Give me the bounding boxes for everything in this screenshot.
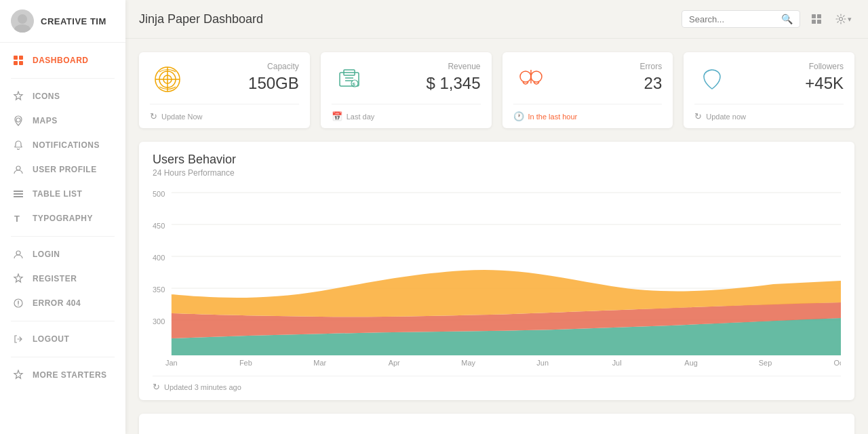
errors-value: 23	[640, 74, 663, 93]
sidebar-item-table-list[interactable]: TABLE LIST	[0, 182, 125, 206]
bottom-card	[139, 414, 854, 434]
followers-footer-text: Update now	[706, 113, 746, 121]
avatar	[11, 9, 34, 33]
page-title: Jinja Paper Dashboard	[139, 12, 263, 26]
svg-text:300: 300	[153, 317, 165, 326]
stat-card-capacity: Capacity 150GB ↻ Update Now	[139, 52, 310, 128]
followers-icon	[694, 62, 730, 97]
divider	[513, 104, 663, 104]
sidebar-item-notifications[interactable]: NOTIFICATIONS	[0, 133, 125, 157]
svg-point-0	[18, 14, 27, 24]
capacity-info: Capacity 150GB	[248, 62, 299, 93]
sidebar-brand: CREATIVE TIM	[0, 0, 125, 43]
calendar-icon: 📅	[332, 111, 342, 121]
divider	[332, 104, 481, 104]
capacity-label: Capacity	[248, 62, 299, 71]
more-starters-icon	[11, 370, 26, 380]
search-input[interactable]	[689, 14, 777, 24]
sidebar-item-label: MAPS	[33, 116, 58, 125]
stat-card-revenue: $ Revenue $ 1,345 📅 Last day	[321, 52, 492, 128]
svg-point-1	[14, 24, 31, 33]
svg-text:400: 400	[153, 254, 165, 262]
svg-text:Aug: Aug	[684, 359, 697, 367]
sidebar-item-register[interactable]: REGISTER	[0, 267, 125, 291]
errors-info: Errors 23	[640, 62, 663, 93]
svg-rect-10	[14, 196, 23, 197]
svg-rect-9	[14, 193, 23, 195]
svg-rect-5	[19, 61, 23, 65]
maps-icon	[11, 115, 26, 126]
svg-rect-18	[817, 20, 821, 24]
followers-value: +45K	[805, 74, 844, 93]
dashboard-icon	[11, 55, 26, 66]
main-content: Jinja Paper Dashboard 🔍 ▾	[125, 0, 868, 434]
sidebar-item-label: ERROR 404	[33, 298, 81, 308]
chart-title: Users Behavior	[153, 153, 841, 167]
svg-text:May: May	[461, 359, 475, 367]
refresh-footer-icon: ↻	[153, 382, 160, 392]
settings-icon-button[interactable]: ▾	[833, 8, 854, 30]
sidebar-item-error404[interactable]: ERROR 404	[0, 291, 125, 315]
svg-rect-16	[817, 14, 821, 18]
svg-text:350: 350	[153, 285, 165, 294]
sidebar-item-label: ICONS	[33, 92, 60, 101]
chart-footer: ↻ Updated 3 minutes ago	[153, 382, 841, 392]
search-box[interactable]: 🔍	[682, 10, 800, 28]
user-profile-icon	[11, 164, 26, 175]
svg-text:Jul: Jul	[612, 359, 622, 367]
typography-icon: T	[11, 213, 26, 224]
sidebar-item-label: USER PROFILE	[33, 165, 97, 174]
svg-text:500: 500	[153, 190, 165, 198]
clock-icon: 🕐	[513, 111, 524, 121]
revenue-label: Revenue	[426, 62, 480, 71]
sidebar-item-more-starters[interactable]: MORE STARTERS	[0, 363, 125, 387]
brand-name: CREATIVE TIM	[41, 16, 106, 26]
chart-card: Users Behavior 24 Hours Performance 500 …	[139, 142, 854, 400]
stat-card-errors: Errors 23 🕐 In the last hour	[502, 52, 673, 128]
chart-footer-text: Updated 3 minutes ago	[164, 383, 241, 391]
sidebar-item-user-profile[interactable]: USER PROFILE	[0, 157, 125, 182]
revenue-icon: $	[332, 62, 367, 97]
sidebar-item-label: LOGIN	[33, 250, 60, 259]
sidebar-divider4	[11, 357, 115, 357]
sidebar-item-label: MORE STARTERS	[33, 370, 107, 380]
errors-footer-text: In the last hour	[528, 113, 578, 121]
svg-point-7	[16, 166, 20, 170]
svg-text:Sep: Sep	[759, 359, 772, 367]
sidebar-item-icons[interactable]: ICONS	[0, 84, 125, 108]
error404-icon	[11, 298, 26, 309]
svg-point-6	[16, 118, 20, 122]
header: Jinja Paper Dashboard 🔍 ▾	[125, 0, 868, 39]
capacity-footer: ↻ Update Now	[150, 111, 299, 121]
svg-rect-3	[19, 56, 23, 60]
table-list-icon	[11, 189, 26, 199]
stat-cards: Capacity 150GB ↻ Update Now	[139, 52, 854, 128]
sidebar-item-login[interactable]: LOGIN	[0, 242, 125, 267]
svg-text:Jun: Jun	[536, 359, 549, 367]
chart-area: 500 450 400 350 300	[153, 186, 841, 369]
grid-icon-button[interactable]	[806, 8, 827, 30]
capacity-footer-text: Update Now	[161, 113, 203, 121]
svg-point-32	[531, 71, 542, 82]
header-right: 🔍 ▾	[682, 8, 854, 30]
followers-info: Followers +45K	[805, 62, 844, 93]
logout-icon	[11, 334, 26, 344]
divider	[694, 104, 844, 104]
sidebar-item-typography[interactable]: T TYPOGRAPHY	[0, 206, 125, 231]
svg-text:450: 450	[153, 222, 165, 230]
sidebar-divider2	[11, 236, 115, 237]
revenue-value: $ 1,345	[426, 74, 480, 93]
sidebar-item-label: REGISTER	[33, 274, 77, 283]
sidebar-item-label: NOTIFICATIONS	[33, 140, 100, 150]
icons-icon	[11, 91, 26, 102]
errors-icon	[513, 62, 549, 97]
sidebar-item-dashboard[interactable]: DASHBOARD	[0, 48, 125, 73]
refresh-icon: ↻	[150, 111, 157, 121]
followers-footer: ↻ Update now	[694, 111, 844, 121]
chart-subtitle: 24 Hours Performance	[153, 168, 841, 178]
svg-text:Oct: Oct	[833, 359, 841, 367]
stat-card-followers: Followers +45K ↻ Update now	[684, 52, 854, 128]
refresh-icon2: ↻	[694, 111, 702, 121]
sidebar-item-logout[interactable]: LOGOUT	[0, 327, 125, 351]
sidebar-item-maps[interactable]: MAPS	[0, 108, 125, 133]
